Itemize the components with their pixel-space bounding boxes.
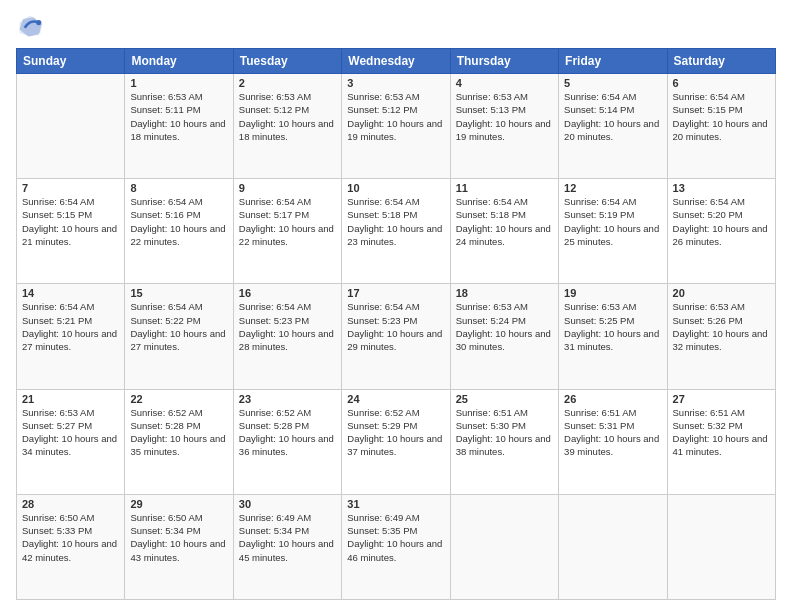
day-detail: Sunrise: 6:53 AMSunset: 5:11 PMDaylight:…	[130, 90, 227, 143]
calendar-cell: 29Sunrise: 6:50 AMSunset: 5:34 PMDayligh…	[125, 494, 233, 599]
calendar-cell	[450, 494, 558, 599]
day-number: 9	[239, 182, 336, 194]
day-number: 27	[673, 393, 770, 405]
weekday-header-monday: Monday	[125, 49, 233, 74]
day-number: 14	[22, 287, 119, 299]
calendar-cell: 8Sunrise: 6:54 AMSunset: 5:16 PMDaylight…	[125, 179, 233, 284]
calendar-cell: 13Sunrise: 6:54 AMSunset: 5:20 PMDayligh…	[667, 179, 775, 284]
day-detail: Sunrise: 6:54 AMSunset: 5:21 PMDaylight:…	[22, 300, 119, 353]
day-detail: Sunrise: 6:50 AMSunset: 5:34 PMDaylight:…	[130, 511, 227, 564]
day-detail: Sunrise: 6:54 AMSunset: 5:22 PMDaylight:…	[130, 300, 227, 353]
day-number: 23	[239, 393, 336, 405]
calendar-cell: 9Sunrise: 6:54 AMSunset: 5:17 PMDaylight…	[233, 179, 341, 284]
header	[16, 12, 776, 40]
calendar-cell: 27Sunrise: 6:51 AMSunset: 5:32 PMDayligh…	[667, 389, 775, 494]
weekday-header-saturday: Saturday	[667, 49, 775, 74]
day-number: 1	[130, 77, 227, 89]
calendar-cell: 30Sunrise: 6:49 AMSunset: 5:34 PMDayligh…	[233, 494, 341, 599]
day-detail: Sunrise: 6:49 AMSunset: 5:35 PMDaylight:…	[347, 511, 444, 564]
day-detail: Sunrise: 6:54 AMSunset: 5:18 PMDaylight:…	[347, 195, 444, 248]
day-number: 21	[22, 393, 119, 405]
calendar-table: SundayMondayTuesdayWednesdayThursdayFrid…	[16, 48, 776, 600]
calendar-cell: 28Sunrise: 6:50 AMSunset: 5:33 PMDayligh…	[17, 494, 125, 599]
weekday-header-tuesday: Tuesday	[233, 49, 341, 74]
day-detail: Sunrise: 6:53 AMSunset: 5:12 PMDaylight:…	[347, 90, 444, 143]
day-number: 13	[673, 182, 770, 194]
day-number: 20	[673, 287, 770, 299]
day-number: 12	[564, 182, 661, 194]
calendar-cell: 19Sunrise: 6:53 AMSunset: 5:25 PMDayligh…	[559, 284, 667, 389]
day-detail: Sunrise: 6:54 AMSunset: 5:23 PMDaylight:…	[239, 300, 336, 353]
day-number: 28	[22, 498, 119, 510]
calendar-week-row: 28Sunrise: 6:50 AMSunset: 5:33 PMDayligh…	[17, 494, 776, 599]
calendar-cell: 16Sunrise: 6:54 AMSunset: 5:23 PMDayligh…	[233, 284, 341, 389]
calendar-cell: 15Sunrise: 6:54 AMSunset: 5:22 PMDayligh…	[125, 284, 233, 389]
day-number: 18	[456, 287, 553, 299]
day-number: 6	[673, 77, 770, 89]
weekday-header-wednesday: Wednesday	[342, 49, 450, 74]
day-number: 15	[130, 287, 227, 299]
day-detail: Sunrise: 6:54 AMSunset: 5:16 PMDaylight:…	[130, 195, 227, 248]
day-detail: Sunrise: 6:52 AMSunset: 5:28 PMDaylight:…	[130, 406, 227, 459]
day-number: 25	[456, 393, 553, 405]
calendar-cell: 1Sunrise: 6:53 AMSunset: 5:11 PMDaylight…	[125, 74, 233, 179]
calendar-cell: 22Sunrise: 6:52 AMSunset: 5:28 PMDayligh…	[125, 389, 233, 494]
calendar-cell: 24Sunrise: 6:52 AMSunset: 5:29 PMDayligh…	[342, 389, 450, 494]
logo	[16, 12, 48, 40]
day-detail: Sunrise: 6:52 AMSunset: 5:28 PMDaylight:…	[239, 406, 336, 459]
day-detail: Sunrise: 6:50 AMSunset: 5:33 PMDaylight:…	[22, 511, 119, 564]
calendar-cell: 25Sunrise: 6:51 AMSunset: 5:30 PMDayligh…	[450, 389, 558, 494]
calendar-cell	[667, 494, 775, 599]
day-number: 19	[564, 287, 661, 299]
day-detail: Sunrise: 6:51 AMSunset: 5:31 PMDaylight:…	[564, 406, 661, 459]
day-detail: Sunrise: 6:54 AMSunset: 5:20 PMDaylight:…	[673, 195, 770, 248]
weekday-header-friday: Friday	[559, 49, 667, 74]
day-number: 29	[130, 498, 227, 510]
day-number: 24	[347, 393, 444, 405]
day-number: 22	[130, 393, 227, 405]
day-number: 31	[347, 498, 444, 510]
day-detail: Sunrise: 6:53 AMSunset: 5:13 PMDaylight:…	[456, 90, 553, 143]
day-detail: Sunrise: 6:54 AMSunset: 5:15 PMDaylight:…	[22, 195, 119, 248]
calendar-cell: 3Sunrise: 6:53 AMSunset: 5:12 PMDaylight…	[342, 74, 450, 179]
calendar-cell: 23Sunrise: 6:52 AMSunset: 5:28 PMDayligh…	[233, 389, 341, 494]
day-detail: Sunrise: 6:54 AMSunset: 5:23 PMDaylight:…	[347, 300, 444, 353]
calendar-cell: 6Sunrise: 6:54 AMSunset: 5:15 PMDaylight…	[667, 74, 775, 179]
calendar-cell: 5Sunrise: 6:54 AMSunset: 5:14 PMDaylight…	[559, 74, 667, 179]
calendar-cell: 10Sunrise: 6:54 AMSunset: 5:18 PMDayligh…	[342, 179, 450, 284]
day-detail: Sunrise: 6:54 AMSunset: 5:17 PMDaylight:…	[239, 195, 336, 248]
day-number: 7	[22, 182, 119, 194]
day-number: 2	[239, 77, 336, 89]
calendar-cell: 21Sunrise: 6:53 AMSunset: 5:27 PMDayligh…	[17, 389, 125, 494]
day-detail: Sunrise: 6:54 AMSunset: 5:18 PMDaylight:…	[456, 195, 553, 248]
day-detail: Sunrise: 6:51 AMSunset: 5:30 PMDaylight:…	[456, 406, 553, 459]
day-number: 30	[239, 498, 336, 510]
day-detail: Sunrise: 6:53 AMSunset: 5:12 PMDaylight:…	[239, 90, 336, 143]
day-number: 17	[347, 287, 444, 299]
day-number: 3	[347, 77, 444, 89]
calendar-cell: 31Sunrise: 6:49 AMSunset: 5:35 PMDayligh…	[342, 494, 450, 599]
calendar-cell: 17Sunrise: 6:54 AMSunset: 5:23 PMDayligh…	[342, 284, 450, 389]
calendar-header-row: SundayMondayTuesdayWednesdayThursdayFrid…	[17, 49, 776, 74]
day-detail: Sunrise: 6:54 AMSunset: 5:14 PMDaylight:…	[564, 90, 661, 143]
day-number: 26	[564, 393, 661, 405]
day-detail: Sunrise: 6:54 AMSunset: 5:15 PMDaylight:…	[673, 90, 770, 143]
day-number: 4	[456, 77, 553, 89]
weekday-header-sunday: Sunday	[17, 49, 125, 74]
weekday-header-thursday: Thursday	[450, 49, 558, 74]
calendar-week-row: 14Sunrise: 6:54 AMSunset: 5:21 PMDayligh…	[17, 284, 776, 389]
page: SundayMondayTuesdayWednesdayThursdayFrid…	[0, 0, 792, 612]
calendar-cell: 20Sunrise: 6:53 AMSunset: 5:26 PMDayligh…	[667, 284, 775, 389]
day-number: 11	[456, 182, 553, 194]
calendar-cell: 2Sunrise: 6:53 AMSunset: 5:12 PMDaylight…	[233, 74, 341, 179]
calendar-cell: 26Sunrise: 6:51 AMSunset: 5:31 PMDayligh…	[559, 389, 667, 494]
svg-point-2	[36, 20, 41, 25]
day-number: 8	[130, 182, 227, 194]
day-detail: Sunrise: 6:49 AMSunset: 5:34 PMDaylight:…	[239, 511, 336, 564]
calendar-cell	[17, 74, 125, 179]
calendar-week-row: 1Sunrise: 6:53 AMSunset: 5:11 PMDaylight…	[17, 74, 776, 179]
day-detail: Sunrise: 6:54 AMSunset: 5:19 PMDaylight:…	[564, 195, 661, 248]
calendar-week-row: 7Sunrise: 6:54 AMSunset: 5:15 PMDaylight…	[17, 179, 776, 284]
calendar-cell: 7Sunrise: 6:54 AMSunset: 5:15 PMDaylight…	[17, 179, 125, 284]
calendar-cell: 14Sunrise: 6:54 AMSunset: 5:21 PMDayligh…	[17, 284, 125, 389]
